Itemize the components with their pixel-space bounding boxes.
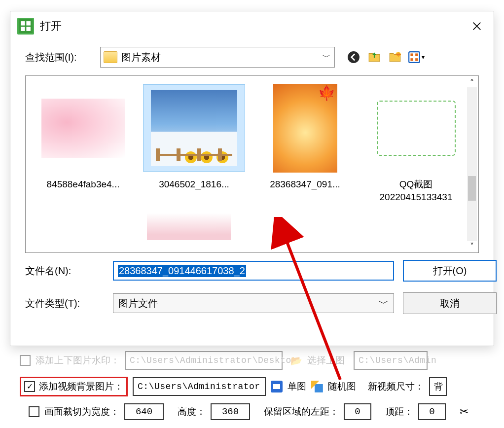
scroll-up-icon[interactable]: ˄ [467, 77, 477, 87]
app-icon [17, 18, 34, 35]
new-size-label: 新视频尺寸： [368, 380, 424, 393]
checkbox-crop[interactable] [29, 406, 39, 417]
thumbnail-image [377, 101, 456, 156]
svg-rect-2 [26, 21, 31, 26]
thumbnail-image [41, 99, 125, 158]
chevron-down-small-icon: ▾ [422, 54, 425, 61]
add-bg-image-highlight: ✓ 添加视频背景图片： [20, 377, 128, 396]
close-button[interactable] [467, 16, 487, 36]
new-size-field[interactable]: 背 [429, 377, 447, 396]
chevron-down-icon: ﹀ [323, 52, 330, 63]
choose-up-icon[interactable]: 📂 [290, 355, 302, 366]
keep-left-field[interactable]: 0 [344, 403, 371, 420]
filename-input[interactable]: 28368347_091446617038_2 [113, 261, 394, 281]
svg-rect-1 [21, 21, 25, 26]
look-in-value: 图片素材 [121, 51, 319, 64]
cancel-button[interactable]: 取消 [403, 292, 497, 314]
svg-rect-10 [410, 58, 413, 61]
svg-rect-8 [410, 53, 413, 56]
chevron-down-icon: ﹀ [379, 297, 389, 310]
svg-rect-4 [26, 27, 31, 31]
filetype-dropdown[interactable]: 图片文件 ﹀ [113, 293, 394, 313]
new-folder-icon[interactable] [387, 49, 403, 65]
svg-rect-7 [409, 52, 420, 63]
open-file-dialog: 打开 查找范围(I): 图片素材 ﹀ ▾ [10, 11, 494, 346]
file-thumb-selected[interactable]: 3046502_1816... [144, 85, 245, 191]
single-image-label[interactable]: 单图 [288, 380, 306, 393]
file-thumb[interactable]: 28368347_091... [254, 85, 356, 191]
svg-rect-3 [21, 27, 25, 31]
svg-rect-11 [415, 58, 418, 61]
keep-top-label: 顶距： [385, 405, 413, 418]
file-thumb-partial[interactable] [147, 213, 231, 240]
checkbox-add-bg[interactable]: ✓ [24, 381, 35, 392]
random-image-icon[interactable] [311, 381, 323, 392]
scroll-handle[interactable] [468, 176, 476, 201]
look-in-label: 查找范围(I): [25, 51, 89, 64]
watermark-path-field[interactable]: C:\Users\Administrator\Deskto [125, 351, 283, 370]
random-image-label[interactable]: 随机图 [328, 380, 356, 393]
open-button[interactable]: 打开(O) [403, 260, 497, 282]
thumbnail-image [151, 90, 237, 166]
thumbnail-image [273, 84, 337, 173]
file-name: 84588e4fab3e4... [33, 178, 134, 191]
add-bg-label: 添加视频背景图片： [39, 380, 123, 393]
crop-height-label: 高度： [178, 405, 206, 418]
filetype-label: 文件类型(T): [25, 297, 104, 310]
file-name: 28368347_091... [254, 178, 356, 191]
checkbox-watermark[interactable] [20, 355, 31, 366]
file-thumb[interactable]: QQ截图20220415133431 [365, 85, 467, 203]
svg-point-5 [348, 51, 360, 63]
scroll-down-icon[interactable]: ˅ [467, 241, 477, 251]
crop-label: 画面裁切为宽度： [44, 405, 119, 418]
up-folder-icon[interactable] [366, 49, 382, 65]
crop-height-field[interactable]: 360 [211, 403, 250, 420]
keep-left-label: 保留区域的左距： [264, 405, 339, 418]
bg-path-field[interactable]: C:\Users\Administrator [133, 377, 266, 396]
watermark-label: 添加上下图片水印： [36, 354, 120, 367]
file-name: 3046502_1816... [144, 178, 245, 191]
watermark-path2-field[interactable]: C:\Users\Admin [354, 351, 428, 370]
file-thumb[interactable]: 84588e4fab3e4... [33, 85, 134, 191]
parent-window-strip: 添加上下图片水印： C:\Users\Administrator\Deskto … [0, 346, 504, 428]
filename-label: 文件名(N): [25, 264, 104, 278]
folder-icon [104, 51, 117, 63]
svg-rect-9 [415, 53, 418, 56]
crop-width-field[interactable]: 640 [124, 403, 164, 420]
dialog-title: 打开 [40, 19, 461, 34]
scrollbar[interactable]: ˄ ˅ [467, 77, 477, 251]
look-in-dropdown[interactable]: 图片素材 ﹀ [100, 47, 335, 68]
scissors-icon[interactable]: ✂ [460, 405, 468, 418]
file-list-area[interactable]: 84588e4fab3e4... 3046502_1816... 2836834… [25, 75, 479, 253]
file-name: QQ截图20220415133431 [365, 178, 467, 203]
keep-top-field[interactable]: 0 [418, 403, 446, 420]
titlebar: 打开 [10, 11, 494, 40]
view-mode-icon[interactable]: ▾ [408, 49, 425, 65]
single-image-icon[interactable] [271, 381, 283, 392]
choose-up-label[interactable]: 选择上图 [307, 354, 345, 367]
back-icon[interactable] [346, 49, 361, 65]
